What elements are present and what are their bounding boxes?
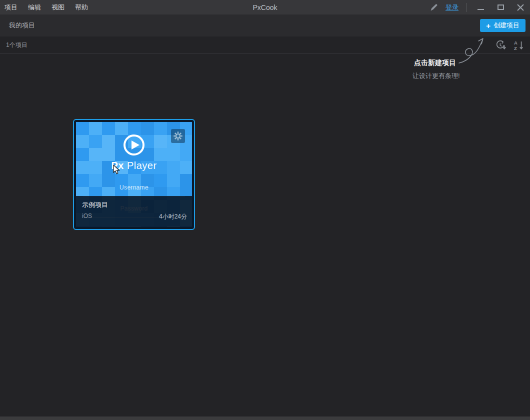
project-duration: 4小时24分 (159, 212, 187, 221)
project-name: 示例项目 (82, 200, 108, 210)
close-button[interactable] (514, 0, 527, 14)
maximize-icon (498, 4, 504, 10)
menu-item-view[interactable]: 视图 (50, 3, 66, 12)
clock-sort-icon[interactable] (495, 40, 507, 52)
titlebar-divider (466, 3, 467, 12)
project-card-footer: 示例项目 iOS 4小时24分 (76, 196, 192, 227)
project-settings-button[interactable] (171, 129, 185, 143)
login-link[interactable]: 登录 (446, 3, 458, 12)
create-project-button[interactable]: + 创建项目 (480, 19, 526, 32)
menu-item-help[interactable]: 帮助 (74, 3, 89, 12)
window-bottom-edge (0, 416, 530, 420)
menu-item-edit[interactable]: 编辑 (27, 3, 42, 12)
svg-text:A: A (514, 40, 518, 46)
play-icon (123, 134, 145, 158)
username-placeholder: Username (76, 184, 192, 191)
gear-icon (173, 131, 183, 141)
mouse-cursor-icon (113, 165, 121, 177)
create-project-label: 创建项目 (494, 21, 520, 30)
project-card[interactable]: PxPlayer Username Password (73, 119, 195, 230)
titlebar: 项目 编辑 视图 帮助 PxCook 登录 (0, 0, 530, 14)
svg-text:Z: Z (514, 46, 517, 51)
plus-icon: + (486, 22, 490, 30)
page-title: 我的项目 (0, 21, 35, 30)
thumbnail-brand: PxPlayer (76, 160, 192, 172)
menu-bar: 项目 编辑 视图 帮助 (0, 3, 89, 12)
minimize-button[interactable] (474, 0, 487, 14)
menu-item-project[interactable]: 项目 (4, 3, 18, 12)
az-sort-icon[interactable]: A Z (513, 40, 525, 52)
projects-grid: PxPlayer Username Password (0, 54, 530, 416)
minimize-icon (478, 9, 484, 10)
maximize-button[interactable] (494, 0, 507, 14)
hint-arrow-icon (450, 33, 492, 67)
close-icon (517, 4, 524, 11)
hint-subtitle: 让设计更有条理! (412, 72, 460, 80)
brand-player: Player (127, 160, 157, 171)
pen-icon[interactable] (430, 3, 438, 12)
project-thumbnail: PxPlayer Username Password (76, 122, 192, 227)
project-platform: iOS (82, 212, 92, 220)
project-count: 1个项目 (6, 41, 28, 50)
